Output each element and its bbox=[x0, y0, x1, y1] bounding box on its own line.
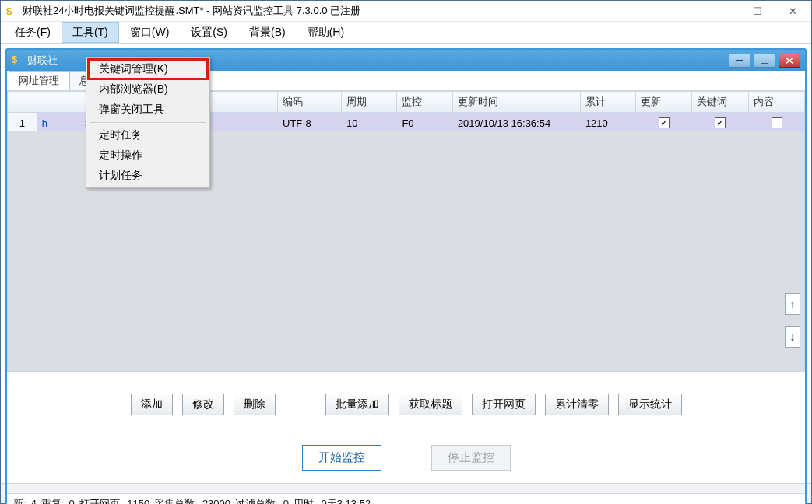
menu-window[interactable]: 窗口(W) bbox=[119, 22, 181, 43]
app-dollar-icon: $ bbox=[5, 5, 18, 17]
cell-total: 1210 bbox=[580, 113, 635, 134]
inner-dollar-icon: $ bbox=[12, 54, 23, 67]
menuitem-internal-browser[interactable]: 内部浏览器(B) bbox=[88, 79, 208, 100]
batch-add-button[interactable]: 批量添加 bbox=[325, 394, 389, 415]
menu-separator bbox=[90, 122, 206, 123]
svg-rect-3 bbox=[761, 58, 768, 64]
col-content[interactable]: 内容 bbox=[749, 92, 805, 113]
cell-url: h bbox=[37, 113, 76, 134]
cell-keyword bbox=[691, 113, 749, 134]
inner-maximize-button[interactable] bbox=[754, 54, 775, 68]
inner-title-prefix: 财联社 bbox=[27, 54, 58, 66]
status-elapsed-val: 0天3:13:52 bbox=[322, 497, 371, 505]
cell-encoding: UTF-8 bbox=[277, 113, 341, 134]
menuitem-plan-task[interactable]: 计划任务 bbox=[88, 166, 208, 186]
get-title-button[interactable]: 获取标题 bbox=[399, 394, 462, 415]
svg-rect-2 bbox=[736, 60, 743, 61]
open-page-button[interactable]: 打开网页 bbox=[472, 394, 536, 415]
delete-button[interactable]: 删除 bbox=[234, 394, 276, 415]
tools-dropdown: 关键词管理(K) 内部浏览器(B) 弹窗关闭工具 定时任务 定时操作 计划任务 bbox=[86, 57, 210, 188]
menuitem-keyword-mgmt[interactable]: 关键词管理(K) bbox=[88, 59, 208, 79]
status-open-val: 1150 bbox=[127, 498, 149, 504]
inner-close-button[interactable] bbox=[779, 54, 800, 68]
outer-window-controls: ― ☐ ✕ bbox=[705, 2, 810, 19]
show-stat-button[interactable]: 显示统计 bbox=[618, 394, 682, 415]
add-button[interactable]: 添加 bbox=[131, 394, 173, 415]
status-filter-val: 0 bbox=[283, 498, 289, 504]
col-update-time[interactable]: 更新时间 bbox=[452, 92, 580, 113]
menu-background[interactable]: 背景(B) bbox=[238, 22, 297, 43]
menuitem-scheduled-op[interactable]: 定时操作 bbox=[88, 145, 208, 166]
col-monitor[interactable]: 监控 bbox=[397, 92, 452, 113]
menu-settings[interactable]: 设置(S) bbox=[180, 22, 238, 43]
outer-maximize-button[interactable]: ☐ bbox=[740, 2, 775, 19]
menuitem-popup-close[interactable]: 弹窗关闭工具 bbox=[88, 100, 208, 120]
cell-period: 10 bbox=[341, 113, 396, 134]
reorder-buttons: ↑ ↓ bbox=[785, 293, 800, 348]
cell-update bbox=[636, 113, 691, 134]
cell-update-time: 2019/10/13 16:36:54 bbox=[452, 113, 580, 134]
menubar: 任务(F) 工具(T) 窗口(W) 设置(S) 背景(B) 帮助(H) bbox=[1, 22, 811, 44]
monitor-button-row: 开始监控 停止监控 bbox=[7, 442, 805, 473]
status-open-label: 打开网页: bbox=[79, 497, 123, 505]
inner-window-controls bbox=[729, 54, 800, 68]
inner-minimize-button[interactable] bbox=[729, 54, 750, 68]
move-up-button[interactable]: ↑ bbox=[785, 293, 800, 315]
outer-close-button[interactable]: ✕ bbox=[775, 2, 810, 19]
checkbox-keyword[interactable] bbox=[715, 117, 726, 128]
status-elapsed-label: 用时: bbox=[294, 497, 317, 505]
action-button-row: 添加 修改 删除 批量添加 获取标题 打开网页 累计清零 显示统计 bbox=[7, 389, 805, 420]
col-url[interactable] bbox=[37, 92, 76, 113]
cell-content bbox=[749, 113, 805, 134]
col-total[interactable]: 累计 bbox=[580, 92, 635, 113]
status-new-label: 新: bbox=[13, 497, 26, 505]
outer-minimize-button[interactable]: ― bbox=[705, 2, 740, 19]
menu-task[interactable]: 任务(F) bbox=[4, 22, 62, 43]
svg-text:$: $ bbox=[12, 54, 18, 65]
status-dup-val: 0 bbox=[69, 498, 74, 504]
col-encoding[interactable]: 编码 bbox=[277, 92, 341, 113]
clear-total-button[interactable]: 累计清零 bbox=[545, 394, 609, 415]
menu-help[interactable]: 帮助(H) bbox=[297, 22, 355, 43]
start-monitor-button[interactable]: 开始监控 bbox=[302, 445, 381, 471]
col-period[interactable]: 周期 bbox=[341, 92, 396, 113]
status-collect-label: 采集总数: bbox=[154, 497, 198, 505]
col-update[interactable]: 更新 bbox=[636, 92, 691, 113]
move-down-button[interactable]: ↓ bbox=[785, 326, 800, 348]
inner-statusbar: 新: 4 重复: 0 打开网页: 1150 采集总数: 23000 过滤总数: … bbox=[7, 493, 805, 504]
col-rownum[interactable] bbox=[8, 92, 37, 113]
url-link[interactable]: h bbox=[42, 117, 47, 129]
outer-titlebar[interactable]: $ 财联社24小时电报关键词监控提醒.SMT* - 网站资讯监控工具 7.3.0… bbox=[1, 1, 811, 22]
edit-button[interactable]: 修改 bbox=[182, 394, 224, 415]
menuitem-scheduled-task[interactable]: 定时任务 bbox=[88, 125, 208, 145]
menu-tools[interactable]: 工具(T) bbox=[62, 22, 119, 43]
outer-title: 财联社24小时电报关键词监控提醒.SMT* - 网站资讯监控工具 7.3.0.0… bbox=[23, 4, 705, 18]
svg-text:$: $ bbox=[6, 5, 12, 16]
cell-monitor: F0 bbox=[397, 113, 452, 134]
tab-url-mgmt[interactable]: 网址管理 bbox=[9, 71, 69, 90]
checkbox-update[interactable] bbox=[659, 117, 670, 128]
status-filter-label: 过滤总数: bbox=[235, 497, 279, 505]
status-collect-val: 23000 bbox=[202, 498, 230, 504]
status-dup-label: 重复: bbox=[41, 497, 65, 505]
cell-rownum: 1 bbox=[8, 113, 37, 134]
status-new-val: 4 bbox=[31, 498, 37, 504]
col-keyword[interactable]: 关键词 bbox=[691, 92, 749, 113]
stop-monitor-button: 停止监控 bbox=[431, 445, 511, 471]
resize-grip-icon[interactable]: ◢ bbox=[795, 501, 802, 504]
checkbox-content[interactable] bbox=[772, 117, 782, 128]
